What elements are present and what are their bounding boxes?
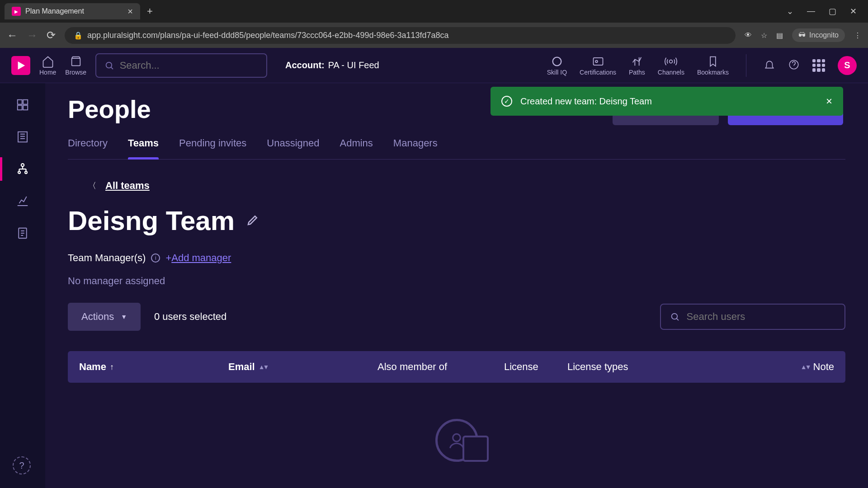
incognito-label: Incognito <box>809 31 839 39</box>
svg-rect-1 <box>71 58 80 66</box>
tab-unassigned[interactable]: Unassigned <box>267 137 319 159</box>
nav-paths-label: Paths <box>629 69 645 76</box>
actions-dropdown[interactable]: Actions ▼ <box>68 303 141 331</box>
apps-grid-icon[interactable] <box>812 59 825 72</box>
nav-paths[interactable]: Paths <box>629 55 645 76</box>
incognito-badge[interactable]: 🕶 Incognito <box>792 28 845 42</box>
svg-point-17 <box>672 314 678 319</box>
nav-browse-label: Browse <box>65 69 86 76</box>
table-header: Name ↑ Email ▲▼ Also member of License L… <box>68 351 845 383</box>
empty-state <box>68 383 845 462</box>
global-search[interactable] <box>95 53 267 78</box>
tab-admins[interactable]: Admins <box>340 137 373 159</box>
app-logo[interactable] <box>11 56 30 75</box>
global-search-input[interactable] <box>120 60 258 71</box>
address-bar: ← → ⟳ 🔒 app.pluralsight.com/plans/pa-ui-… <box>0 23 868 48</box>
url-input[interactable]: 🔒 app.pluralsight.com/plans/pa-ui-feed-d… <box>65 27 736 44</box>
user-avatar[interactable]: S <box>838 56 857 75</box>
browser-chrome: Plan Management × + ⌄ — ▢ ✕ ← → ⟳ 🔒 app.… <box>0 0 868 48</box>
sidebar-analytics-icon[interactable] <box>14 193 31 209</box>
new-tab-button[interactable]: + <box>147 5 153 17</box>
nav-channels[interactable]: Channels <box>658 55 684 76</box>
app-body: ✓ Created new team: Deisng Team × People… <box>0 83 868 488</box>
tab-close-icon[interactable]: × <box>127 7 133 16</box>
svg-rect-4 <box>593 57 603 65</box>
sidebar-org-icon[interactable] <box>14 129 31 145</box>
column-note[interactable]: ▲▼ Note <box>784 361 834 373</box>
breadcrumb-link[interactable]: All teams <box>105 180 150 192</box>
svg-rect-11 <box>23 105 28 110</box>
tab-favicon <box>12 7 21 16</box>
user-search[interactable] <box>660 304 845 330</box>
nav-skilliq-label: Skill IQ <box>547 69 567 76</box>
browser-tab-bar: Plan Management × + ⌄ — ▢ ✕ <box>0 0 868 23</box>
nav-home-label: Home <box>39 69 56 76</box>
people-tabs: Directory Teams Pending invites Unassign… <box>68 137 845 160</box>
sidebar-people-icon[interactable] <box>14 161 31 177</box>
column-license-types[interactable]: License types <box>567 361 784 373</box>
sort-icon: ▲▼ <box>801 363 810 371</box>
nav-skilliq[interactable]: Skill IQ <box>547 55 567 76</box>
add-manager-prefix: + <box>165 252 171 263</box>
svg-point-15 <box>25 171 27 174</box>
reading-list-icon[interactable]: ▤ <box>776 31 783 40</box>
account-display: Account: PA - UI Feed <box>285 60 379 70</box>
pencil-icon[interactable] <box>246 213 259 229</box>
team-heading: Deisng Team <box>68 205 845 236</box>
kebab-menu-icon[interactable]: ⋮ <box>854 31 861 40</box>
info-icon[interactable]: i <box>151 253 160 263</box>
sort-ascending-icon: ↑ <box>110 362 114 372</box>
tab-managers[interactable]: Managers <box>393 137 438 159</box>
close-icon[interactable]: ✕ <box>850 6 857 16</box>
add-manager-link[interactable]: Add manager <box>171 252 231 263</box>
column-email[interactable]: Email ▲▼ <box>228 361 377 373</box>
check-circle-icon: ✓ <box>501 96 512 107</box>
account-label: Account: <box>285 60 325 70</box>
actions-label: Actions <box>81 311 114 323</box>
column-name[interactable]: Name ↑ <box>79 361 228 373</box>
svg-point-5 <box>595 60 598 62</box>
nav-home[interactable]: Home <box>39 55 56 76</box>
bell-icon[interactable] <box>764 59 775 72</box>
breadcrumb[interactable]: 〈 All teams <box>88 180 845 192</box>
caret-down-icon: ▼ <box>121 313 127 320</box>
nav-bookmarks-label: Bookmarks <box>697 69 729 76</box>
svg-point-6 <box>670 60 673 63</box>
team-name: Deisng Team <box>68 205 235 236</box>
nav-bookmarks[interactable]: Bookmarks <box>697 55 729 76</box>
star-icon[interactable]: ☆ <box>761 31 767 40</box>
search-icon <box>104 60 114 71</box>
reload-button[interactable]: ⟳ <box>47 29 56 42</box>
column-license[interactable]: License <box>504 361 567 373</box>
divider <box>746 54 746 77</box>
minimize-icon[interactable]: — <box>807 6 815 16</box>
svg-rect-9 <box>23 100 28 104</box>
svg-point-3 <box>553 57 561 66</box>
nav-certifications[interactable]: Certifications <box>580 55 616 76</box>
browser-tab[interactable]: Plan Management × <box>5 3 140 19</box>
help-chat-button[interactable]: ? <box>13 456 31 474</box>
chevron-down-icon[interactable]: ⌄ <box>787 6 793 16</box>
nav-browse[interactable]: Browse <box>65 55 86 76</box>
help-icon[interactable] <box>788 59 800 72</box>
success-toast: ✓ Created new team: Deisng Team × <box>491 87 843 116</box>
forward-button[interactable]: → <box>27 29 38 42</box>
url-text: app.pluralsight.com/plans/pa-ui-feed-ddd… <box>87 31 449 40</box>
maximize-icon[interactable]: ▢ <box>829 6 836 16</box>
tab-pending-invites[interactable]: Pending invites <box>179 137 246 159</box>
sidebar-dashboard-icon[interactable] <box>14 97 31 113</box>
eye-off-icon[interactable]: 👁 <box>745 31 752 39</box>
column-member-of[interactable]: Also member of <box>377 361 504 373</box>
back-button[interactable]: ← <box>7 29 18 42</box>
sort-icon: ▲▼ <box>259 363 268 371</box>
user-search-input[interactable] <box>687 311 835 323</box>
toast-close-icon[interactable]: × <box>826 95 832 108</box>
tab-directory[interactable]: Directory <box>68 137 108 159</box>
toast-message: Created new team: Deisng Team <box>520 96 652 107</box>
avatar-initial: S <box>844 60 850 70</box>
svg-point-14 <box>18 171 20 174</box>
sidebar-log-icon[interactable] <box>14 225 31 241</box>
incognito-icon: 🕶 <box>798 31 806 39</box>
tab-teams[interactable]: Teams <box>128 137 159 159</box>
lock-icon: 🔒 <box>74 31 83 40</box>
